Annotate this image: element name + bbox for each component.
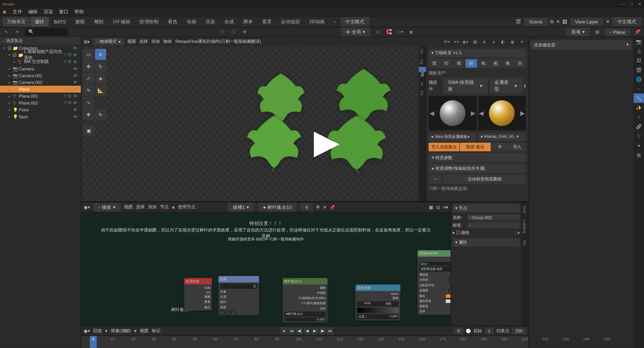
ws-tab-9[interactable]: 渲染 bbox=[201, 17, 219, 27]
ws-tab-3[interactable]: 建模 bbox=[71, 17, 89, 27]
menu-file[interactable]: 文件 bbox=[13, 9, 22, 15]
npanel-title[interactable]: ▾ 万物有灵 V1.5 bbox=[429, 49, 526, 58]
tool-add[interactable]: ▣ bbox=[83, 125, 94, 136]
node-colorctrl[interactable]: 颜色控制 Alpha 颜色 RGB线性 位置0.000 bbox=[355, 285, 400, 320]
node-editor-type-icon[interactable]: ◉▾ bbox=[84, 205, 90, 209]
ptab-object[interactable]: ▫ bbox=[634, 84, 644, 93]
outliner-row-3[interactable]: ▸📷Camera👁 bbox=[0, 65, 81, 72]
vp-menu-select[interactable]: 选择 bbox=[139, 38, 148, 45]
outliner-row-7[interactable]: ▸▽Plane.001▽ ⦿👁 bbox=[0, 93, 81, 99]
mat-preview-2[interactable]: ◀ ▶ bbox=[478, 96, 526, 130]
outliner-tree[interactable]: ▾☑📁Collection👁▾☑📁L-辣椒智能产品均光系统▽ ⦿👁▸▽BM-主控… bbox=[0, 45, 81, 348]
mat-name-1[interactable]: ● SMA-快照金属模板▾ bbox=[429, 133, 476, 141]
tl-view[interactable]: 视图 bbox=[140, 328, 149, 334]
npanel-tab-7[interactable]: 自 bbox=[514, 59, 526, 68]
outliner-row-5[interactable]: ▸📷Camera.002👁 bbox=[0, 79, 81, 86]
npanel-tab-4[interactable]: 布 bbox=[477, 59, 489, 68]
node-name-input[interactable]: ▫ Group.002 bbox=[467, 214, 520, 221]
shading-solid-icon[interactable]: ● bbox=[490, 38, 498, 45]
select-vis-icon[interactable]: 👁▾ bbox=[443, 38, 450, 45]
cursor-icon[interactable]: ↖ bbox=[3, 28, 10, 36]
scene-copy-icon[interactable]: ⧉ bbox=[550, 19, 554, 24]
ptab-world[interactable]: 🌐 bbox=[634, 74, 644, 84]
maximize-icon[interactable]: □ bbox=[630, 2, 633, 6]
ws-tab-14[interactable]: 2D动画 bbox=[305, 17, 329, 27]
ws-tab-12[interactable]: 遮罩 bbox=[258, 17, 276, 27]
vtab-h[interactable]: H bbox=[419, 80, 425, 88]
vp-menu-view[interactable]: 视图 bbox=[127, 38, 136, 45]
next-mat-2-icon[interactable]: ▶ bbox=[520, 110, 525, 117]
menu-window[interactable]: 窗口 bbox=[59, 9, 69, 15]
outliner-row-8[interactable]: ▸▽Plane.002▽ ⦿👁 bbox=[0, 99, 81, 106]
proportional-icon[interactable]: ◉ bbox=[407, 28, 415, 36]
ptab-constraint[interactable]: 🔗 bbox=[634, 122, 644, 131]
outliner-row-2[interactable]: ▸▽BM-主控制器▽ ⦿👁 bbox=[0, 58, 81, 65]
tl-keying[interactable]: 抠像(插帧) bbox=[111, 328, 131, 334]
ws-tab-4[interactable]: 雕刻 bbox=[90, 17, 108, 27]
tl-playback[interactable]: 回放 bbox=[93, 328, 102, 334]
ws-add[interactable]: + bbox=[330, 17, 340, 26]
ws-tab-5[interactable]: UV 编辑 bbox=[109, 17, 135, 27]
outliner-row-1[interactable]: ▾☑📁L-辣椒智能产品均光系统▽ ⦿👁 bbox=[0, 51, 81, 58]
ne-overlay-icon[interactable]: ▦ bbox=[429, 205, 433, 209]
node-object-dropdown[interactable]: ▫ 物体 ▾ bbox=[93, 202, 120, 211]
ntab-pbr[interactable]: Pbr bbox=[521, 237, 528, 249]
ptab-material[interactable]: ● bbox=[634, 140, 644, 150]
outliner-row-6[interactable]: ▸▽Plane▽ ⦿👁 bbox=[0, 86, 81, 93]
outliner-row-4[interactable]: ▸📷Camera.001👁 bbox=[0, 72, 81, 79]
vtab-active[interactable]: 万 bbox=[419, 67, 426, 72]
vtab-lig[interactable]: Lig bbox=[419, 57, 425, 67]
snap-menu-icon[interactable]: ⬡▾ bbox=[396, 28, 404, 36]
node-bsdf[interactable]: 原理化BSDF BSDF GGX 克里斯坦森-伯利 基础色 次表面0.000 次… bbox=[418, 250, 450, 315]
ws-tab-7[interactable]: 着色 bbox=[164, 17, 182, 27]
node-canvas[interactable]: 特别注意！！！ 由于此贴图组不包含半透贴图，所以为了实现光穿过树叶的半透效果，采… bbox=[81, 212, 450, 326]
ptab-render[interactable]: 📷 bbox=[634, 37, 644, 46]
tool-scale[interactable]: ⤢ bbox=[83, 73, 94, 84]
node-mapping[interactable]: 映射 点 矢量 位置 旋转 缩放 X Y Z bbox=[218, 276, 259, 315]
vp-menu-add[interactable]: 添加 bbox=[151, 38, 160, 45]
mat-pin-icon[interactable]: 📌 bbox=[330, 205, 335, 209]
ws-tab-6[interactable]: 纹理绘制 bbox=[136, 17, 163, 27]
ne-menu-view[interactable]: 视图 bbox=[124, 204, 133, 210]
ws-tab-13[interactable]: 运动追踪 bbox=[277, 17, 304, 27]
node-texcoord[interactable]: 纹理坐标 法线UV视图重复输出 bbox=[184, 278, 212, 311]
minus-button[interactable]: − bbox=[429, 174, 442, 184]
tool-cursor[interactable]: ⊕ bbox=[95, 49, 106, 60]
shading-menu-icon[interactable]: ▾ bbox=[518, 38, 526, 45]
filter-icon[interactable]: ▽ bbox=[219, 28, 226, 36]
viewlayer-del-icon[interactable]: ✕ bbox=[606, 19, 610, 24]
current-frame-input[interactable]: 0 bbox=[454, 328, 463, 334]
viewlayer-selector[interactable]: View Layer bbox=[570, 18, 603, 25]
orient-dropdown[interactable]: ⊕ 全局 ▾ bbox=[341, 28, 371, 36]
autokeying-icon[interactable]: ● bbox=[281, 327, 288, 334]
lang-mode-button-2[interactable]: 中文模式 bbox=[612, 17, 641, 26]
ptab-physics[interactable]: ⚛ bbox=[634, 112, 644, 122]
ws-tab-2[interactable]: BATS bbox=[50, 17, 70, 26]
pivot-icon[interactable]: ⊙ bbox=[374, 28, 382, 36]
npanel-tab-3[interactable]: 材 bbox=[465, 59, 477, 68]
ne-menu-node[interactable]: 节点 bbox=[160, 204, 169, 210]
preset-dropdown[interactable]: SMA-快照模板 ▾ bbox=[443, 78, 488, 94]
material-dropdown[interactable]: ● 树叶集合10 bbox=[258, 202, 297, 211]
shading-wire-icon[interactable]: ⊕ bbox=[480, 38, 488, 45]
ws-tab-11[interactable]: 脚本 bbox=[239, 17, 257, 27]
vtab-b[interactable]: B bbox=[419, 72, 425, 80]
ws-tab-1[interactable]: 设计 bbox=[31, 17, 49, 27]
mat-adjust-row[interactable]: ▸ 材质调整(辣椒材质库专属) bbox=[429, 164, 526, 173]
use-nodes-toggle[interactable]: 使用节点 bbox=[178, 204, 195, 210]
node-tag-input[interactable]: ▫ bbox=[467, 222, 520, 228]
overlay-icon[interactable]: ◉▾ bbox=[462, 38, 469, 45]
tool-extra2[interactable]: ✥ bbox=[83, 109, 94, 120]
tool-extra3[interactable]: ↻ bbox=[95, 109, 106, 120]
snap-icon[interactable]: ⬡ bbox=[230, 28, 237, 36]
mat-preview-1[interactable]: ◀ ▶ bbox=[429, 96, 476, 130]
lang-mode-button[interactable]: 中文模式 bbox=[340, 17, 369, 26]
tool-extra1[interactable]: ∿ bbox=[83, 97, 94, 108]
npanel-tab-1[interactable]: 灯 bbox=[441, 59, 452, 68]
ws-tab-0[interactable]: 万物有灵 bbox=[3, 17, 30, 27]
pin-icon[interactable]: 📌 bbox=[634, 28, 641, 36]
scene-selector[interactable]: Scene bbox=[524, 18, 548, 25]
next-keyframe-icon[interactable]: |▶ bbox=[319, 327, 326, 334]
cursor-menu-icon[interactable]: ▾ bbox=[14, 28, 21, 36]
preset-type-dropdown[interactable]: 金属类型 ▾ bbox=[489, 78, 522, 94]
